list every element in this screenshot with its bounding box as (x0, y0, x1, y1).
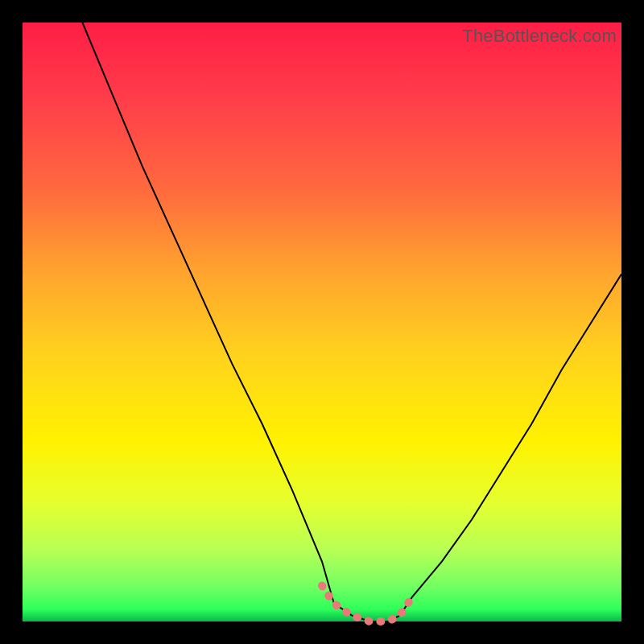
bottleneck-curve (82, 23, 621, 621)
plot-area: TheBottleneck.com (23, 23, 621, 621)
chart-svg (23, 23, 621, 621)
